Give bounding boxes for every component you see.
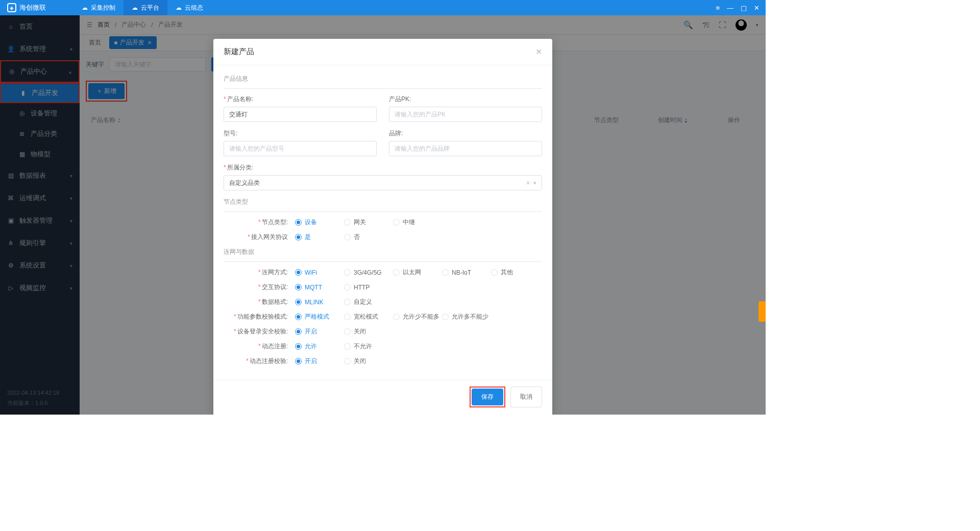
top-tab-scada[interactable]: ☁云组态 (167, 0, 211, 15)
radio-icon (344, 343, 351, 350)
radio-option[interactable]: 开启 (295, 357, 342, 366)
radio-option[interactable]: 严格模式 (295, 312, 342, 321)
radio-label: *连网方式: (224, 268, 295, 277)
radio-option[interactable]: 以太网 (393, 268, 440, 277)
radio-icon (491, 269, 498, 276)
pk-label: 产品PK: (389, 95, 542, 104)
radio-option[interactable]: 允许 (295, 342, 342, 351)
feedback-tab[interactable] (758, 301, 766, 322)
create-product-modal: 新建产品 ✕ 产品信息 *产品名称: 产品PK: 型号: 品牌: (213, 39, 552, 415)
top-tabs: ☁采集控制 ☁云平台 ☁云组态 (74, 0, 211, 15)
brand-text: 海创微联 (19, 3, 46, 12)
radio-option[interactable]: MQTT (295, 284, 342, 291)
radio-option[interactable]: 中继 (393, 218, 440, 227)
app-brand: ◈ 海创微联 (0, 3, 53, 12)
minimize-icon[interactable]: — (727, 4, 733, 12)
radio-option[interactable]: 其他 (491, 268, 538, 277)
radio-option[interactable]: HTTP (344, 284, 391, 291)
modal-header: 新建产品 ✕ (213, 39, 552, 65)
radio-icon (344, 284, 351, 291)
radio-option[interactable]: 允许少不能多 (393, 312, 440, 321)
name-label: *产品名称: (224, 95, 377, 104)
category-select[interactable]: 自定义品类 ✕▾ (224, 175, 542, 190)
radio-row-dyn_reg: *动态注册:允许不允许 (224, 342, 542, 351)
radio-option[interactable]: 关闭 (344, 327, 391, 336)
radio-icon (295, 284, 302, 291)
radio-label: *节点类型: (224, 218, 295, 227)
radio-icon (295, 358, 302, 365)
radio-icon (344, 269, 351, 276)
modal-close-icon[interactable]: ✕ (535, 47, 542, 57)
radio-icon (295, 343, 302, 350)
radio-option[interactable]: WiFi (295, 268, 342, 277)
radio-label: *交互协议: (224, 283, 295, 292)
model-input[interactable] (224, 141, 377, 156)
radio-option[interactable]: 否 (344, 233, 391, 242)
model-label: 型号: (224, 129, 377, 138)
modal-footer: 保存 取消 (213, 380, 552, 415)
close-icon[interactable]: ✕ (754, 4, 760, 12)
cloud-icon: ☁ (82, 4, 88, 11)
radio-label: *动态注册: (224, 342, 295, 351)
radio-icon (344, 299, 351, 305)
section-node-title: 节点类型 (224, 198, 542, 206)
radio-option[interactable]: 设备 (295, 218, 342, 227)
radio-icon (442, 313, 449, 320)
radio-option[interactable]: 自定义 (344, 298, 391, 306)
radio-icon (295, 313, 302, 320)
radio-icon (393, 313, 400, 320)
radio-option[interactable]: MLINK (295, 298, 342, 306)
radio-label: *接入网关协议 (224, 233, 295, 242)
radio-row-dyn_reg_check: *动态注册校验:开启关闭 (224, 357, 542, 366)
product-name-input[interactable] (224, 107, 377, 122)
radio-row-node_type: *节点类型:设备网关中继 (224, 218, 542, 227)
section-net-title: 连网与数据 (224, 248, 542, 256)
radio-label: *动态注册校验: (224, 357, 295, 366)
radio-row-data_fmt: *数据格式:MLINK自定义 (224, 298, 542, 306)
radio-label: *数据格式: (224, 298, 295, 306)
cloud-icon: ☁ (132, 4, 138, 11)
radio-icon (344, 328, 351, 335)
radio-icon (393, 219, 400, 226)
top-tab-cloud[interactable]: ☁云平台 (124, 0, 167, 15)
radio-label: *功能参数校验模式: (224, 312, 295, 321)
clear-icon[interactable]: ✕ (526, 180, 530, 186)
chevron-down-icon: ▾ (533, 180, 536, 186)
logo-icon: ◈ (7, 3, 16, 12)
product-pk-input[interactable] (389, 107, 542, 122)
radio-option[interactable]: 3G/4G/5G (344, 268, 391, 277)
titlebar: ◈ 海创微联 ☁采集控制 ☁云平台 ☁云组态 ≡ — ▢ ✕ (0, 0, 766, 15)
brand-input[interactable] (389, 141, 542, 156)
radio-icon (393, 269, 400, 276)
radio-row-proto: *交互协议:MQTTHTTP (224, 283, 542, 292)
category-label: *所属分类: (224, 163, 542, 172)
radio-icon (344, 313, 351, 320)
radio-option[interactable]: 关闭 (344, 357, 391, 366)
radio-option[interactable]: 宽松模式 (344, 312, 391, 321)
radio-option[interactable]: 网关 (344, 218, 391, 227)
brand-label: 品牌: (389, 129, 542, 138)
radio-row-net_way: *连网方式:WiFi3G/4G/5G以太网NB-IoT其他 (224, 268, 542, 277)
radio-option[interactable]: 是 (295, 233, 342, 242)
cloud-icon: ☁ (176, 4, 182, 11)
radio-icon (295, 219, 302, 226)
window-controls: ≡ — ▢ ✕ (709, 4, 766, 12)
cancel-button[interactable]: 取消 (510, 387, 542, 407)
modal-body: 产品信息 *产品名称: 产品PK: 型号: 品牌: *所属分 (213, 65, 552, 380)
radio-icon (344, 234, 351, 240)
top-tab-collect[interactable]: ☁采集控制 (74, 0, 124, 15)
radio-icon (344, 358, 351, 365)
radio-icon (295, 299, 302, 305)
radio-icon (442, 269, 449, 276)
save-button[interactable]: 保存 (472, 389, 503, 405)
radio-option[interactable]: NB-IoT (442, 268, 489, 277)
maximize-icon[interactable]: ▢ (741, 4, 747, 12)
menu-icon[interactable]: ≡ (716, 4, 720, 12)
radio-option[interactable]: 不允许 (344, 342, 391, 351)
radio-option[interactable]: 允许多不能少 (442, 312, 489, 321)
highlight-save: 保存 (470, 387, 505, 407)
radio-icon (295, 328, 302, 335)
radio-label: *设备登录安全校验: (224, 327, 295, 336)
radio-icon (295, 269, 302, 276)
radio-option[interactable]: 开启 (295, 327, 342, 336)
